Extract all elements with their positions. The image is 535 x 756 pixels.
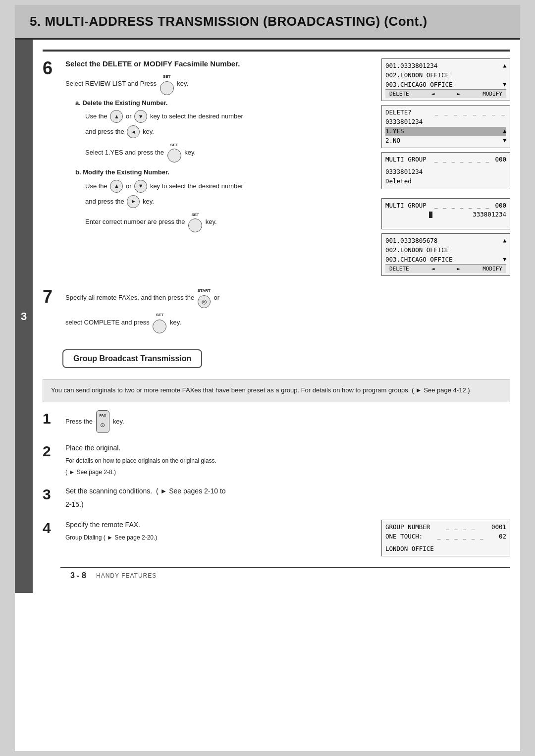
step-6a-line2: and press the ◄ key.: [85, 125, 372, 138]
lcd-panel-1: 001.0333801234 ▲ 002.LONDON OFFICE 003.C…: [381, 58, 510, 101]
gb-step-1-content: Press the FAX ⊙ key.: [62, 410, 510, 436]
set-key-1: SET: [159, 73, 175, 95]
set-key-3: SET: [187, 212, 204, 232]
up-arrow-icon: ▲: [110, 110, 123, 123]
start-key: START ◎: [198, 287, 211, 308]
step-6b-line2: and press the ► key.: [85, 195, 372, 208]
step-6b-line3: Enter correct number are press the SET k…: [85, 212, 372, 232]
gb-step-2-number: 2: [43, 443, 62, 459]
page-number: 3 - 8: [70, 571, 86, 580]
gb-step-3-text: Set the scanning conditions. ( ► See pag…: [65, 486, 510, 496]
gb-step-2-section: 2 Place the original. For details on how…: [43, 443, 510, 479]
step-6a-line1: Use the ▲ or ▼ key to select the desired…: [85, 110, 372, 123]
step-6-lcd-panels: 001.0333801234 ▲ 002.LONDON OFFICE 003.C…: [381, 58, 510, 280]
gb-step-3-content: Set the scanning conditions. ( ► See pag…: [62, 486, 510, 513]
step-7-number: 7: [43, 287, 62, 307]
gb-step-3-text2: 2-15.): [65, 499, 510, 510]
step-7-line1: Specify all remote FAXes, and then press…: [65, 287, 510, 308]
lcd-panel-2: DELETE? _ _ _ _ _ _ _ _ 0333801234 1.YES…: [381, 105, 510, 148]
page-header: 5. MULTI-ADDRESS TRANSMISSION (BROADCAST…: [15, 5, 520, 40]
gb-step-4-sub: Group Dialing ( ► See page 2-20.): [65, 533, 372, 542]
step-7-section: 7 Specify all remote FAXes, and then pre…: [43, 287, 510, 336]
step-6-number: 6: [43, 58, 62, 78]
lcd-panel-5: 001.0333805678 ▲ 002.LONDON OFFICE 003.C…: [381, 233, 510, 276]
step-6-section: 6 Select the DELETE or MODIFY Facsimile …: [43, 58, 510, 280]
step-6a-title: a. Delete the Existing Number.: [75, 98, 372, 108]
lcd-panel-6: GROUP NUMBER _ _ _ _ 0001 ONE TOUCH: _ _…: [381, 520, 510, 556]
gb-step-4-section: 4 Specify the remote FAX. Group Dialing …: [43, 520, 510, 560]
group-broadcast-label: Group Broadcast Transmission: [43, 343, 510, 374]
up-nav-icon: ▲: [110, 180, 123, 193]
info-box: You can send originals to two or more re…: [43, 379, 510, 402]
step-6a-line3: Select 1.YES and press the SET key.: [85, 142, 372, 162]
down-nav-icon: ▼: [134, 180, 147, 193]
gb-step-4-content: Specify the remote FAX. Group Dialing ( …: [62, 520, 372, 544]
step-6-sub1: Select REVIEW LIST and Press SET key.: [65, 73, 372, 95]
lcd-toolbar-1: DELETE ◄ ► MODIFY: [385, 89, 506, 98]
gb-step-2-sub: For details on how to place originals on…: [65, 456, 510, 465]
step-7-content: Specify all remote FAXes, and then press…: [62, 287, 510, 336]
enter-key-icon: ◄: [127, 125, 140, 138]
set-key-2: SET: [166, 142, 183, 162]
gb-step-2-sub2: ( ► See page 2-8.): [65, 468, 510, 477]
fax-key-icon: FAX ⊙: [96, 410, 110, 433]
gb-step-4-title: Specify the remote FAX.: [65, 520, 372, 530]
step-6-title: Select the DELETE or MODIFY Facsimile Nu…: [65, 58, 372, 70]
gb-step-1-number: 1: [43, 410, 62, 427]
set-key-4: SET: [151, 311, 168, 333]
group-broadcast-title: Group Broadcast Transmission: [62, 349, 202, 368]
right-key-icon: ►: [127, 195, 140, 208]
lcd-toolbar-5: DELETE ◄ ► MODIFY: [385, 264, 506, 273]
gb-step-1-text: Press the FAX ⊙ key.: [65, 410, 510, 433]
gb-step-2-content: Place the original. For details on how t…: [62, 443, 510, 479]
step-7-line2: select COMPLETE and press SET key.: [65, 311, 510, 333]
chapter-number: 3: [15, 40, 33, 593]
footer: 3 - 8 HANDY FEATURES: [60, 567, 510, 583]
gb-step-3-number: 3: [43, 486, 62, 502]
gb-step-1-section: 1 Press the FAX ⊙ key.: [43, 410, 510, 436]
lcd-panel-4: MULTI GROUP _ _ _ _ _ _ _ 000 333801234: [381, 198, 510, 230]
step-6b-line1: Use the ▲ or ▼ key to select the desired…: [85, 180, 372, 193]
step-6b-title: b. Modify the Existing Number.: [75, 167, 372, 177]
lcd-panel-3: MULTI GROUP _ _ _ _ _ _ _ 000 0333801234…: [381, 152, 510, 189]
divider: [43, 50, 510, 52]
step-6-content: Select the DELETE or MODIFY Facsimile Nu…: [62, 58, 372, 235]
gb-step-4-number: 4: [43, 520, 62, 536]
footer-label: HANDY FEATURES: [96, 572, 157, 579]
gb-step-2-title: Place the original.: [65, 443, 510, 453]
page-title: 5. MULTI-ADDRESS TRANSMISSION (BROADCAST…: [30, 14, 505, 29]
down-arrow-icon: ▼: [134, 110, 147, 123]
lcd-panel-6-container: GROUP NUMBER _ _ _ _ 0001 ONE TOUCH: _ _…: [381, 520, 510, 560]
gb-step-3-section: 3 Set the scanning conditions. ( ► See p…: [43, 486, 510, 513]
